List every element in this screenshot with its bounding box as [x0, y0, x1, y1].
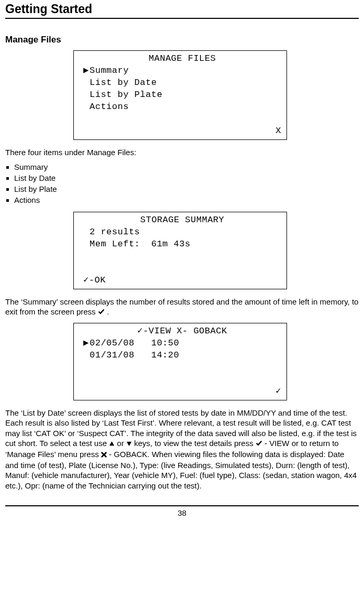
lcd-storage-summary: STORAGE SUMMARY 2 results Mem Left: 61m …: [73, 212, 287, 289]
list-item: Summary: [5, 162, 359, 171]
footer-rule: [5, 505, 359, 506]
lcd-row: 01/31/08 14:20: [83, 350, 281, 362]
bullet-text: List by Date: [14, 173, 56, 182]
lcd-text: 02/05/08 10:50: [90, 338, 179, 348]
list-item: List by Date: [5, 173, 359, 182]
lcd-text: 01/31/08 14:20: [90, 350, 179, 360]
bullet-icon: [6, 199, 9, 202]
lcd-row: Mem Left: 61m 43s: [83, 238, 281, 251]
intro-paragraph: There four items under Manage Files:: [5, 147, 359, 158]
bullet-text: List by Plate: [14, 184, 57, 193]
lcd-row: List by Date: [83, 77, 281, 89]
lcd-list-by-date: ✓-VIEW X- GOBACK ▶02/05/08 10:50 01/31/0…: [73, 323, 287, 400]
list-item: List by Plate: [5, 184, 359, 193]
lcd-blank: [83, 263, 281, 275]
bullet-list: Summary List by Date List by Plate Actio…: [5, 162, 359, 204]
lcd-row: List by Plate: [83, 89, 281, 101]
list-by-date-paragraph: The ‘List by Date’ screen displays the l…: [5, 408, 359, 491]
bullet-icon: [6, 177, 9, 180]
bullet-icon: [6, 166, 9, 169]
lcd-manage-files: MANAGE FILES ▶Summary List by Date List …: [73, 50, 287, 140]
arrow-up-icon: [109, 439, 115, 449]
check-icon: [98, 307, 105, 318]
text-fragment: .: [105, 307, 109, 316]
text-fragment: or: [115, 439, 126, 448]
lcd-corner: ✓: [83, 386, 281, 398]
lcd-title: ✓-VIEW X- GOBACK: [83, 325, 281, 338]
lcd-row: 2 results: [83, 226, 281, 238]
bullet-icon: [6, 188, 9, 191]
lcd-item: Actions: [90, 102, 129, 112]
arrow-down-icon: [126, 439, 132, 449]
lcd-text: Mem Left: 61m 43s: [90, 239, 191, 249]
page-number: 38: [5, 508, 359, 517]
x-icon: [101, 450, 107, 460]
bullet-text: Actions: [14, 196, 40, 204]
lcd-footer: ✓-OK: [83, 275, 281, 287]
lcd-corner: X: [83, 125, 281, 137]
lcd-title: STORAGE SUMMARY: [83, 214, 281, 226]
bullet-text: Summary: [14, 162, 48, 171]
section-title: Manage Files: [5, 35, 359, 45]
title-rule: [5, 18, 359, 19]
check-icon: [256, 439, 262, 449]
lcd-row: ▶Summary: [83, 65, 281, 77]
page-title: Getting Started: [5, 2, 359, 16]
lcd-row: Actions: [83, 101, 281, 113]
lcd-item: List by Plate: [90, 90, 162, 100]
svg-marker-1: [127, 442, 131, 446]
list-item: Actions: [5, 196, 359, 204]
lcd-text: 2 results: [90, 227, 140, 237]
lcd-item: Summary: [90, 66, 129, 75]
lcd-blank: [83, 251, 281, 263]
text-fragment: The ‘Summary’ screen displays the number…: [5, 297, 358, 317]
summary-paragraph: The ‘Summary’ screen displays the number…: [5, 297, 359, 318]
lcd-blank: [83, 362, 281, 374]
lcd-item: List by Date: [90, 78, 157, 88]
lcd-blank: [83, 374, 281, 386]
svg-marker-0: [109, 441, 114, 446]
lcd-title: MANAGE FILES: [83, 53, 281, 65]
lcd-blank: [83, 113, 281, 125]
lcd-row: ▶02/05/08 10:50: [83, 338, 281, 350]
text-fragment: keys, to view the test details press: [132, 439, 256, 448]
